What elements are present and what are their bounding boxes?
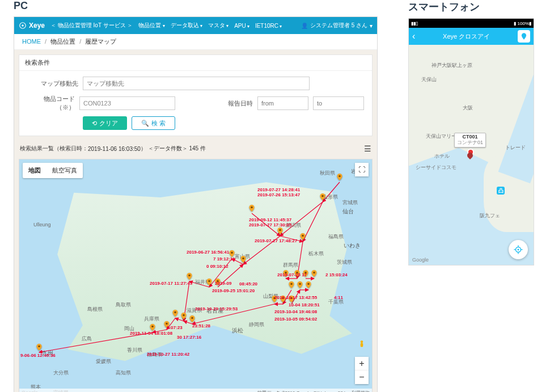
nav-item-position[interactable]: 物品位置 [138, 22, 164, 29]
prefecture-label: 宮城県 [342, 199, 358, 206]
svg-point-34 [208, 280, 210, 283]
report-from-input[interactable] [257, 96, 308, 110]
crumb-sep: / [79, 38, 81, 45]
results-count-label: ＜データ件数＞ [148, 145, 188, 153]
prefecture-label: Ulleung [33, 222, 51, 227]
city-label: 浜松 [232, 327, 243, 335]
station-icon: 凸 [497, 187, 505, 195]
map-attribution: 地図データ ©2019 Google, SK telecom 50 km 利用規… [19, 389, 372, 392]
map-layers-button[interactable] [518, 30, 530, 43]
sp-heading: スマートフォン [408, 0, 534, 14]
timestamp-label: 9-06-06 12:45:36 [20, 353, 56, 359]
clear-button[interactable]: ⟲ クリア [83, 116, 127, 130]
prefecture-label: 大分県 [53, 369, 69, 377]
timestamp-label: 4:11 [334, 296, 343, 301]
map-pin-icon[interactable] [36, 342, 43, 352]
timestamp-label: 08:45:20 [239, 282, 257, 287]
map-pin-icon[interactable] [240, 254, 247, 264]
sp-topbar: ‹ Xeye クロスアイ [409, 28, 534, 45]
map-tab-map[interactable]: 地図 [23, 163, 46, 178]
svg-point-55 [518, 249, 519, 251]
svg-point-49 [166, 323, 168, 325]
nav-item-iet[interactable]: IET10RC [255, 23, 282, 29]
user-menu[interactable]: 👤 システム管理者 5 さん ▾ [301, 22, 373, 29]
svg-point-41 [299, 283, 301, 285]
search-button[interactable]: 🔍 検 索 [132, 116, 175, 130]
streetview-pegman[interactable] [355, 338, 369, 351]
map-pin-icon[interactable] [189, 314, 196, 324]
crumb-home[interactable]: HOME [22, 38, 41, 45]
crumb-leaf: 履歴マップ [85, 38, 116, 45]
timestamp-label: 2019-10-29 15:29:53 [195, 307, 238, 312]
map-pin-icon[interactable] [319, 192, 326, 202]
battery-icon: ▮ 100%▮ [514, 21, 531, 26]
svg-point-48 [191, 317, 193, 319]
search-panel-title: 検索条件 [19, 55, 372, 71]
user-name: システム管理者 5 さん [310, 22, 367, 29]
sp-map-label: 阪九フェ [480, 212, 500, 220]
map-pin-icon [520, 32, 528, 40]
app-logo[interactable]: Xeye [19, 22, 45, 29]
history-map[interactable]: 秋田県岩手県山形県宮城県新潟県福島県富山県群馬県栃木県茨城県福井県山梨県千葉県静… [19, 159, 373, 392]
breadcrumb: HOME / 物品位置 / 履歴マップ [14, 34, 377, 50]
dest-input[interactable] [83, 77, 310, 90]
svg-point-26 [339, 175, 341, 178]
crumb-sep: / [45, 38, 46, 45]
svg-point-1 [22, 24, 24, 27]
results-prefix: 検索結果一覧 [20, 145, 54, 153]
sp-map[interactable]: 神戸大阪駅上ヶ原天保山大阪天保山マリーナシーサイドコスモトレードホテル阪九フェ … [409, 45, 534, 265]
list-settings-icon[interactable]: ☰ [364, 144, 371, 153]
map-tab-satellite[interactable]: 航空写真 [46, 163, 83, 178]
pc-heading: PC [14, 0, 378, 12]
city-label: いわき [344, 242, 361, 250]
map-pin-icon[interactable] [180, 311, 187, 321]
map-pin-icon[interactable] [248, 203, 255, 213]
map-pin-icon[interactable] [206, 277, 213, 287]
timestamp-label: 0:07:23 [167, 326, 183, 331]
nav-item-import[interactable]: データ取込 [171, 22, 202, 29]
map-pin-icon[interactable] [305, 280, 312, 290]
timestamp-label: 2019-09 [215, 281, 231, 286]
timestamp-label: 2019-07-27 17:48:27 [255, 239, 297, 244]
map-pin-icon[interactable] [336, 172, 343, 182]
timestamp-label: 30 17:27:16 [177, 335, 201, 340]
svg-point-27 [321, 195, 324, 197]
nav-item-apu[interactable]: APU [234, 23, 249, 29]
map-pin-icon[interactable] [311, 268, 318, 279]
timestamp-label: 2019-07-27 17:30:05 [249, 223, 291, 228]
code-input[interactable] [79, 96, 175, 110]
map-pin-icon[interactable] [297, 280, 303, 290]
map-pin-icon[interactable] [299, 231, 306, 242]
timestamp-label: 10-04 18:20:51 [289, 303, 320, 308]
svg-rect-53 [361, 343, 363, 347]
timestamp-label: 2019-10-17 13:42:55 [274, 296, 317, 301]
timestamp-label: 23:51:28 [192, 324, 210, 329]
prefecture-label: 秋田県 [320, 170, 335, 177]
results-time-close: ） [141, 145, 146, 153]
nav-service-name: ＜ 物品位置管理 IoT サービス ＞ [50, 22, 133, 29]
timestamp-label: 0 09:10:12 [206, 264, 229, 269]
pc-app-frame: Xeye ＜ 物品位置管理 IoT サービス ＞ 物品位置 データ取込 マスタ … [14, 16, 378, 392]
timestamp-label: 2019-06-27 16:56:41 [187, 250, 229, 255]
sp-map-label: シーサイドコスモ [416, 164, 456, 171]
locate-me-button[interactable] [509, 240, 528, 259]
map-pin-icon[interactable] [186, 271, 193, 281]
sp-map-label: 大阪 [463, 104, 473, 112]
fullscreen-button[interactable]: ⛶ [355, 163, 369, 176]
map-pin-icon[interactable] [288, 280, 295, 290]
asset-tooltip[interactable]: CT001 コンテナ01 [454, 133, 486, 147]
report-to-input[interactable] [313, 96, 364, 110]
sp-map-label: 天保山 [421, 76, 437, 83]
code-label: 物品コード（※） [27, 95, 75, 112]
logo-text: Xeye [29, 22, 45, 29]
map-pin-icon[interactable] [172, 308, 179, 318]
zoom-out-button[interactable]: − [355, 370, 369, 384]
asset-name: コンテナ01 [457, 140, 483, 146]
zoom-in-button[interactable]: + [355, 357, 369, 370]
nav-item-master[interactable]: マスタ [208, 22, 229, 29]
timestamp-label: 2 15:03:24 [325, 273, 348, 278]
search-icon: 🔍 [141, 120, 149, 127]
timestamp-label: 2019-07-17 11:27:45 [150, 281, 192, 286]
timestamp-label: 2019-10-27 11:20:42 [147, 352, 189, 357]
prefecture-label: 栃木県 [308, 250, 324, 258]
